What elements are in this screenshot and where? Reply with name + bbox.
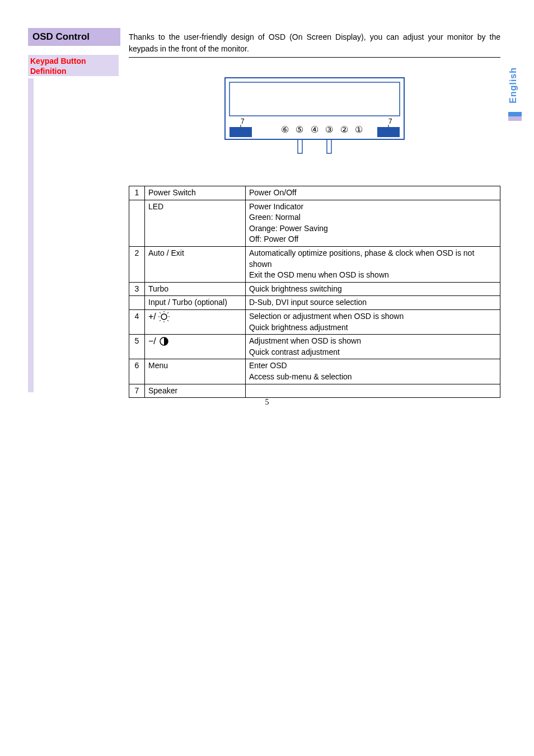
row-name: Turbo xyxy=(145,282,246,296)
row-description: Power On/Off xyxy=(246,186,500,200)
svg-text:⑥ ⑤ ④ ③ ② ①: ⑥ ⑤ ④ ③ ② ① xyxy=(281,125,365,134)
row-number xyxy=(129,200,145,246)
table-row: 1Power SwitchPower On/Off xyxy=(129,186,500,200)
svg-rect-3 xyxy=(377,127,400,137)
row-number: 4 xyxy=(129,309,145,334)
svg-point-12 xyxy=(161,314,167,320)
table-row: 2Auto / ExitAutomatically optimize posit… xyxy=(129,246,500,282)
row-name: Auto / Exit xyxy=(145,246,246,282)
table-row: 6MenuEnter OSDAccess sub-menu & selectio… xyxy=(129,359,500,384)
row-description: Quick brightness switching xyxy=(246,282,500,296)
row-number: 3 xyxy=(129,282,145,296)
plus-brightness-icon: +/ xyxy=(145,309,246,334)
row-description: Automatically optimize positions, phase … xyxy=(246,246,500,282)
row-number: 5 xyxy=(129,335,145,359)
side-flag xyxy=(508,112,522,121)
row-name: Menu xyxy=(145,359,246,384)
row-description: Enter OSDAccess sub-menu & selection xyxy=(246,359,500,384)
row-number: 2 xyxy=(129,246,145,282)
table-row: 4+/Selection or adjustment when OSD is s… xyxy=(129,309,500,334)
minus-contrast-icon: −/ xyxy=(145,335,246,359)
row-name: Speaker xyxy=(145,384,246,398)
row-description: Power IndicatorGreen: NormalOrange: Powe… xyxy=(246,200,500,246)
svg-line-18 xyxy=(167,312,168,313)
sublabel-line-1: Keypad Button xyxy=(30,56,116,66)
svg-line-19 xyxy=(160,320,161,321)
keypad-diagram: 7 7 ⑥ ⑤ ④ ③ ② ① xyxy=(129,72,500,163)
table-row: 3TurboQuick brightness switching xyxy=(129,282,500,296)
language-tab: English xyxy=(508,67,518,104)
row-name: Input / Turbo (optional) xyxy=(145,296,246,310)
row-number: 1 xyxy=(129,186,145,200)
sublabel-line-2: Definition xyxy=(30,66,116,76)
svg-rect-10 xyxy=(327,139,331,153)
row-description: Adjustment when OSD is shownQuick contra… xyxy=(246,335,500,359)
table-row: 5−/Adjustment when OSD is shownQuick con… xyxy=(129,335,500,359)
section-title: OSD Control xyxy=(28,28,120,46)
svg-text:7: 7 xyxy=(388,118,392,125)
svg-rect-1 xyxy=(229,82,400,116)
svg-line-20 xyxy=(167,320,168,321)
row-number: 6 xyxy=(129,359,145,384)
intro-text: Thanks to the user-friendly design of OS… xyxy=(129,28,500,58)
row-description xyxy=(246,384,500,398)
row-name: Power Switch xyxy=(145,186,246,200)
section-sublabel: Keypad Button Definition xyxy=(28,55,119,76)
row-description: D-Sub, DVI input source selection xyxy=(246,296,500,310)
row-description: Selection or adjustment when OSD is show… xyxy=(246,309,500,334)
svg-rect-9 xyxy=(298,139,302,153)
row-number xyxy=(129,296,145,310)
svg-line-17 xyxy=(160,312,161,313)
svg-text:7: 7 xyxy=(241,118,245,125)
row-name: LED xyxy=(145,200,246,246)
table-row: 7Speaker xyxy=(129,384,500,398)
svg-text:−/: −/ xyxy=(148,336,156,346)
svg-rect-2 xyxy=(229,127,252,137)
page-number: 5 xyxy=(265,398,269,407)
table-row: LEDPower IndicatorGreen: NormalOrange: P… xyxy=(129,200,500,246)
svg-text:+/: +/ xyxy=(148,312,156,321)
left-vertical-bar xyxy=(28,78,34,392)
row-number: 7 xyxy=(129,384,145,398)
table-row: Input / Turbo (optional)D-Sub, DVI input… xyxy=(129,296,500,310)
definition-table: 1Power SwitchPower On/OffLEDPower Indica… xyxy=(129,186,500,398)
